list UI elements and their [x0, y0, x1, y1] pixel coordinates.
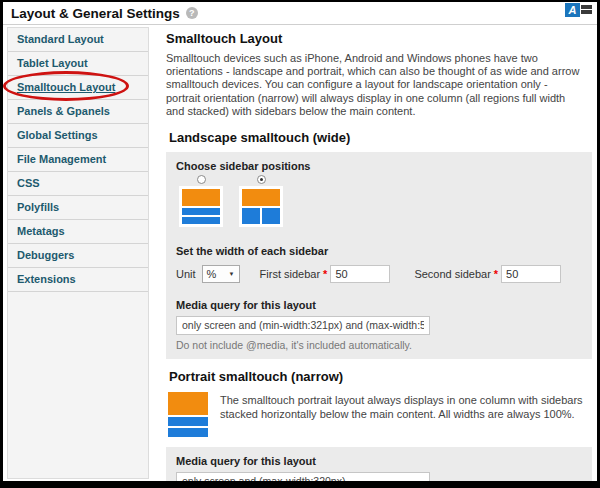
main-region-block: [168, 392, 208, 415]
layout-options: [178, 175, 582, 227]
sidebar-width-label: Set the width of each sidebar: [176, 245, 582, 257]
intro-paragraph: Smalltouch devices such as iPhone, Andro…: [166, 52, 584, 118]
main-region-block: [182, 189, 220, 206]
sidebar-item-smalltouch-layout[interactable]: Smalltouch Layout: [8, 76, 148, 100]
sidebar-item-css[interactable]: CSS: [8, 172, 148, 196]
unit-label: Unit: [176, 268, 196, 280]
choose-sidebar-positions-label: Choose sidebar positions: [176, 160, 582, 172]
page-title: Layout & General Settings: [11, 6, 180, 21]
sidebar-item-label: Smalltouch Layout: [17, 81, 115, 93]
sidebar-square-block: [262, 208, 280, 224]
layout-thumbnail-stacked: [179, 186, 223, 227]
portrait-info-row: The smalltouch portrait layout always di…: [168, 392, 592, 437]
sidebar-item-global-settings[interactable]: Global Settings: [8, 124, 148, 148]
sidebar-item-file-management[interactable]: File Management: [8, 148, 148, 172]
portrait-fieldset: Media query for this layout Do not inclu…: [166, 447, 592, 488]
sidebar-item-standard-layout[interactable]: Standard Layout: [8, 28, 148, 52]
second-sidebar-label: Second sidebar: [414, 268, 490, 280]
landscape-fieldset: Choose sidebar positions: [166, 152, 592, 359]
required-asterisk: *: [494, 268, 498, 280]
sidebar-bar-block: [168, 428, 208, 437]
media-query-label: Media query for this layout: [176, 299, 582, 311]
radio-stacked[interactable]: [197, 175, 206, 184]
sidebar-bar-block: [168, 417, 208, 426]
layout-option-side-by-side[interactable]: [238, 175, 284, 227]
settings-window: Layout & General Settings ? A Standard L…: [0, 0, 600, 488]
first-sidebar-input[interactable]: [330, 265, 390, 283]
help-icon[interactable]: ?: [186, 7, 198, 19]
layout-thumbnail-side-by-side: [239, 186, 283, 227]
sidebar-item-debuggers[interactable]: Debuggers: [8, 244, 148, 268]
portrait-description: The smalltouch portrait layout always di…: [220, 393, 592, 437]
unit-selected-value: %: [207, 268, 217, 280]
portrait-layout-thumbnail: [168, 392, 208, 437]
radio-side-by-side[interactable]: [257, 175, 266, 184]
sidebar-item-extensions[interactable]: Extensions: [8, 268, 148, 292]
landscape-media-query-input[interactable]: [176, 316, 430, 335]
sidebar-width-controls: Unit % ▼ First sidebar * Second sidebar …: [176, 265, 582, 283]
main-region-block: [242, 189, 280, 206]
sidebar-bar-block: [182, 217, 220, 224]
layout-option-stacked[interactable]: [178, 175, 224, 227]
media-query-help: Do not include @media, it's included aut…: [176, 339, 582, 351]
sidebar-item-panels-gpanels[interactable]: Panels & Gpanels: [8, 100, 148, 124]
adaptivetheme-logo: A: [565, 3, 592, 17]
portrait-media-query-input[interactable]: [176, 472, 430, 488]
sidebar-bar-block: [182, 208, 220, 215]
first-sidebar-label: First sidebar: [260, 268, 321, 280]
second-sidebar-input[interactable]: [501, 265, 561, 283]
logo-icon: A: [565, 3, 580, 17]
chevron-down-icon: ▼: [229, 271, 235, 277]
portrait-section-heading: Portrait smalltouch (narrow): [169, 369, 592, 384]
sidebar-item-metatags[interactable]: Metatags: [8, 220, 148, 244]
main-content: Smalltouch Layout Smalltouch devices suc…: [149, 25, 600, 482]
sidebar-square-block: [242, 208, 260, 224]
sidebar-item-tablet-layout[interactable]: Tablet Layout: [8, 52, 148, 76]
settings-sidebar: Standard Layout Tablet Layout Smalltouch…: [7, 27, 149, 479]
sidebar-item-polyfills[interactable]: Polyfills: [8, 196, 148, 220]
sidebar-squares-row: [242, 208, 280, 224]
media-query-label: Media query for this layout: [176, 455, 582, 467]
content-heading: Smalltouch Layout: [166, 31, 592, 46]
landscape-section-heading: Landscape smalltouch (wide): [169, 130, 592, 145]
required-asterisk: *: [323, 268, 327, 280]
logo-text: [581, 3, 592, 14]
page-header: Layout & General Settings ? A: [3, 2, 597, 25]
unit-select[interactable]: % ▼: [202, 265, 240, 283]
